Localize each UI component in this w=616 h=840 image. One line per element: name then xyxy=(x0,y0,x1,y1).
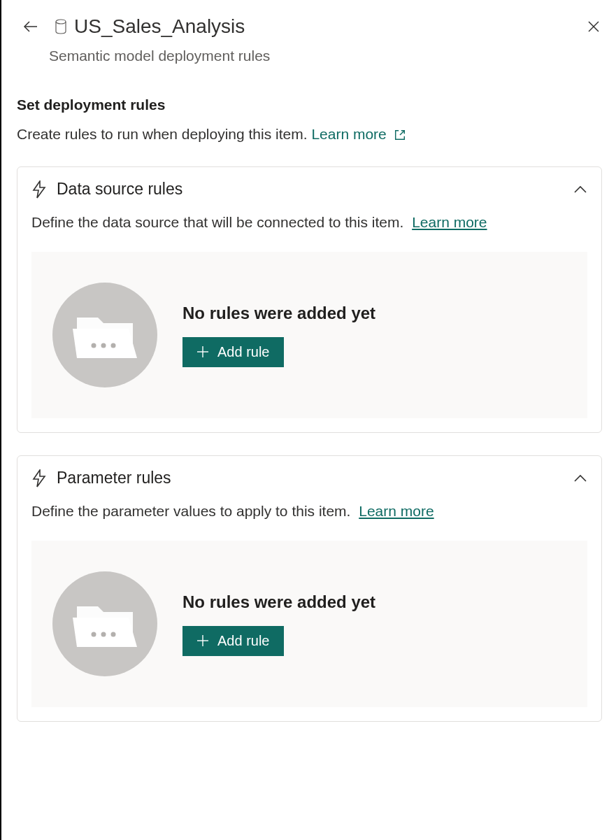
svg-point-14 xyxy=(111,632,116,637)
card-parameter-rules: Parameter rules Define the parameter val… xyxy=(17,455,602,722)
empty-state-title: No rules were added yet xyxy=(182,304,375,323)
add-rule-button[interactable]: Add rule xyxy=(182,337,284,367)
external-link-icon xyxy=(394,129,406,141)
lightning-icon xyxy=(31,180,47,199)
section-heading: Set deployment rules xyxy=(17,97,601,113)
collapse-toggle[interactable] xyxy=(573,474,587,483)
svg-point-8 xyxy=(111,343,116,348)
plus-icon xyxy=(196,634,209,647)
svg-point-6 xyxy=(92,343,96,348)
card-title: Parameter rules xyxy=(57,469,564,487)
lightning-icon xyxy=(31,469,47,487)
empty-state: No rules were added yet Add rule xyxy=(31,252,587,418)
page-subtitle: Semantic model deployment rules xyxy=(1,38,616,64)
svg-point-12 xyxy=(92,632,96,637)
card-data-source-rules: Data source rules Define the data source… xyxy=(17,166,602,433)
empty-state-title: No rules were added yet xyxy=(182,592,375,612)
svg-point-1 xyxy=(56,20,66,24)
plus-icon xyxy=(196,346,209,358)
chevron-up-icon xyxy=(573,474,587,483)
card-header[interactable]: Parameter rules xyxy=(31,469,587,487)
card-title: Data source rules xyxy=(57,180,564,199)
arrow-left-icon xyxy=(22,18,39,35)
learn-more-label: Learn more xyxy=(311,126,386,142)
card-description: Define the data source that will be conn… xyxy=(31,214,403,230)
card-description: Define the parameter values to apply to … xyxy=(31,503,350,519)
empty-state-content: No rules were added yet Add rule xyxy=(182,592,375,656)
section-description: Create rules to run when deploying this … xyxy=(17,126,308,142)
title-block: US_Sales_Analysis xyxy=(55,15,571,38)
page-title: US_Sales_Analysis xyxy=(74,15,245,38)
section-description-row: Create rules to run when deploying this … xyxy=(17,124,601,144)
card-description-row: Define the parameter values to apply to … xyxy=(31,503,587,520)
card-header[interactable]: Data source rules xyxy=(31,180,587,199)
svg-point-13 xyxy=(101,632,106,637)
empty-state: No rules were added yet Add rule xyxy=(31,541,587,707)
empty-state-illustration xyxy=(52,571,157,676)
svg-point-7 xyxy=(101,343,106,348)
svg-marker-5 xyxy=(34,181,45,198)
learn-more-link[interactable]: Learn more xyxy=(359,503,434,519)
chevron-up-icon xyxy=(573,185,587,194)
add-rule-label: Add rule xyxy=(217,633,270,649)
folder-open-icon xyxy=(70,308,140,362)
collapse-toggle[interactable] xyxy=(573,185,587,194)
learn-more-link[interactable]: Learn more xyxy=(412,214,487,230)
add-rule-label: Add rule xyxy=(217,344,270,360)
card-description-row: Define the data source that will be conn… xyxy=(31,214,587,231)
back-button[interactable] xyxy=(22,18,39,35)
svg-marker-11 xyxy=(34,470,45,487)
empty-state-content: No rules were added yet Add rule xyxy=(182,304,375,367)
empty-state-illustration xyxy=(52,283,157,387)
folder-open-icon xyxy=(70,597,140,651)
database-icon xyxy=(55,19,67,34)
add-rule-button[interactable]: Add rule xyxy=(182,626,284,656)
close-button[interactable] xyxy=(587,20,601,34)
section-intro: Set deployment rules Create rules to run… xyxy=(1,64,616,144)
learn-more-link[interactable]: Learn more xyxy=(311,126,406,142)
close-icon xyxy=(587,20,600,33)
svg-line-4 xyxy=(400,131,404,135)
header: US_Sales_Analysis xyxy=(1,0,616,38)
